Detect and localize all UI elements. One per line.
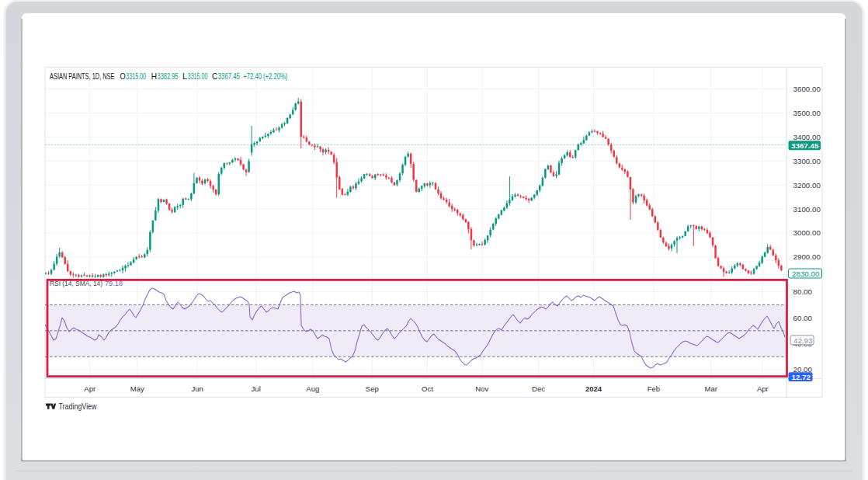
svg-text:C: C: [212, 71, 217, 81]
svg-text:Nov: Nov: [475, 384, 488, 393]
svg-text:Jun: Jun: [191, 384, 203, 393]
svg-text:Apr: Apr: [757, 384, 769, 393]
svg-text:Sep: Sep: [366, 384, 379, 393]
svg-text:3315.00: 3315.00: [126, 71, 146, 81]
svg-text:Apr: Apr: [84, 384, 95, 393]
svg-text:Dec: Dec: [532, 384, 545, 393]
svg-text:3200.00: 3200.00: [793, 181, 821, 190]
svg-text:May: May: [130, 384, 144, 393]
svg-text:Feb: Feb: [648, 384, 660, 393]
svg-text:2024: 2024: [585, 384, 602, 393]
svg-text:TradingView: TradingView: [59, 402, 97, 411]
svg-text:ASIAN PAINTS, 1D, NSE: ASIAN PAINTS, 1D, NSE: [50, 71, 115, 81]
svg-text:60.00: 60.00: [793, 314, 813, 322]
svg-text:RSI (14, SMA, 14): RSI (14, SMA, 14): [50, 280, 102, 287]
svg-text:3100.00: 3100.00: [793, 205, 821, 214]
svg-text:2900.00: 2900.00: [793, 252, 821, 261]
svg-text:79.18: 79.18: [105, 280, 123, 287]
svg-text:80.00: 80.00: [793, 287, 813, 296]
svg-text:3382.95: 3382.95: [158, 71, 179, 81]
svg-text:Jul: Jul: [252, 384, 261, 393]
svg-text:O: O: [120, 71, 127, 81]
svg-text:3000.00: 3000.00: [793, 228, 821, 237]
svg-text:3315.00: 3315.00: [188, 71, 208, 81]
svg-text:3367.45: 3367.45: [791, 141, 819, 150]
svg-text:Aug: Aug: [306, 384, 319, 393]
svg-text:H: H: [151, 71, 157, 81]
svg-text:12.72: 12.72: [792, 373, 811, 381]
svg-text:3400.00: 3400.00: [793, 133, 821, 141]
svg-text:42.93: 42.93: [793, 336, 813, 345]
svg-text:+72.40 (+2.20%): +72.40 (+2.20%): [243, 71, 287, 81]
svg-text:3600.00: 3600.00: [793, 85, 821, 93]
svg-text:Mar: Mar: [705, 384, 717, 393]
svg-text:Oct: Oct: [422, 384, 433, 393]
svg-text:L: L: [182, 71, 187, 81]
svg-text:3500.00: 3500.00: [793, 109, 821, 117]
svg-text:2830.00: 2830.00: [792, 270, 820, 278]
svg-text:3300.00: 3300.00: [793, 157, 821, 165]
svg-text:3367.45: 3367.45: [218, 71, 240, 81]
